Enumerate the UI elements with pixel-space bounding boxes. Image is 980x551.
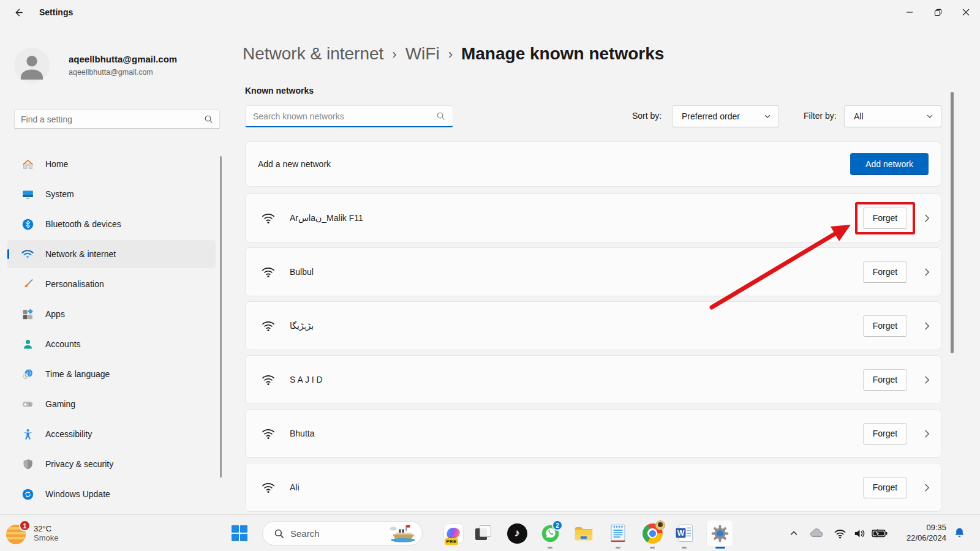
sidebar-item-gaming[interactable]: Gaming: [7, 390, 216, 418]
filter-by-dropdown[interactable]: All: [844, 105, 941, 127]
tray-clock[interactable]: 09:35 22/06/2024: [882, 522, 946, 543]
sidebar-item-home[interactable]: Home: [7, 150, 216, 178]
start-button[interactable]: [232, 525, 248, 542]
sidebar-scrollbar[interactable]: [220, 156, 222, 478]
tray-notifications-bell[interactable]: [953, 527, 966, 539]
taskbar-app-tiktok[interactable]: ♪: [506, 522, 528, 544]
taskbar-app-task-view[interactable]: [472, 522, 494, 544]
sidebar-item-accounts[interactable]: Accounts: [7, 330, 216, 358]
known-networks-search-box[interactable]: [245, 105, 453, 127]
word-icon: W: [674, 523, 694, 543]
avatar[interactable]: [14, 48, 50, 83]
forget-button[interactable]: Forget: [863, 208, 907, 229]
network-row[interactable]: Bhutta Forget: [245, 409, 941, 458]
content-scrollbar[interactable]: [951, 92, 954, 353]
search-icon[interactable]: [436, 111, 445, 121]
chrome-icon: [643, 523, 663, 544]
network-row[interactable]: Arسlaن_Malik F11 Forget: [245, 193, 941, 242]
known-networks-list: Arسlaن_Malik F11 Forget Bulbul Forget بڑ…: [245, 193, 941, 514]
tray-wifi[interactable]: [833, 515, 847, 551]
sidebar-item-privacy-security[interactable]: Privacy & security: [7, 450, 216, 478]
forget-button[interactable]: Forget: [863, 261, 907, 283]
sidebar-item-label: Time & language: [45, 369, 110, 379]
chevron-down-icon: [764, 113, 771, 120]
sidebar: aqeellbhutta@gmail.com aqeellbhutta@gmai…: [0, 24, 243, 514]
weather-temp: 32°C: [34, 524, 58, 533]
taskbar-app-word[interactable]: W: [673, 522, 695, 544]
chevron-up-icon: [789, 528, 799, 538]
sidebar-item-time-language[interactable]: Time & language: [7, 360, 216, 388]
whatsapp-badge: 2: [552, 520, 563, 531]
network-row[interactable]: S A J I D Forget: [245, 355, 941, 404]
sidebar-item-accessibility[interactable]: Accessibility: [7, 420, 216, 448]
system-icon: [21, 187, 34, 201]
sidebar-item-personalisation[interactable]: Personalisation: [7, 270, 216, 298]
window-title: Settings: [39, 0, 73, 24]
sidebar-item-label: System: [45, 189, 74, 199]
chevron-right-icon[interactable]: [922, 483, 932, 492]
account-name[interactable]: aqeellbhutta@gmail.com: [69, 54, 177, 64]
sort-by-value: Preferred order: [682, 111, 740, 121]
add-network-button[interactable]: Add network: [850, 153, 929, 175]
network-row[interactable]: بڑہڑیگا Forget: [245, 301, 941, 350]
forget-button[interactable]: Forget: [863, 315, 907, 337]
tray-show-hidden-icons[interactable]: [789, 515, 799, 551]
cloud-icon: [809, 525, 825, 542]
forget-button[interactable]: Forget: [863, 369, 907, 391]
home-icon: [21, 157, 34, 171]
sidebar-item-apps[interactable]: Apps: [7, 300, 216, 328]
taskbar-app-copilot[interactable]: PRE: [442, 522, 464, 544]
breadcrumb-network-internet[interactable]: Network & internet: [243, 44, 383, 64]
network-row[interactable]: Bulbul Forget: [245, 247, 941, 296]
search-icon[interactable]: [204, 114, 213, 124]
forget-annotation-box: Forget: [855, 471, 915, 504]
accounts-icon: [21, 337, 34, 351]
taskbar-app-whatsapp[interactable]: 2: [539, 522, 561, 544]
network-row[interactable]: Ali Forget: [245, 463, 941, 512]
known-networks-search-input[interactable]: [246, 111, 436, 121]
sidebar-item-windows-update[interactable]: Windows Update: [7, 480, 216, 508]
sidebar-item-system[interactable]: System: [7, 180, 216, 208]
forget-annotation-box: Forget: [855, 256, 915, 288]
back-arrow-icon: [13, 7, 24, 18]
settings-search-input[interactable]: [15, 114, 204, 124]
weather-widget[interactable]: 1 32°C Smoke: [6, 519, 58, 548]
taskbar-app-settings[interactable]: [706, 520, 733, 547]
minimize-button[interactable]: [895, 0, 924, 24]
filter-by-value: All: [854, 111, 864, 121]
sidebar-item-label: Gaming: [45, 399, 75, 409]
chevron-right-icon[interactable]: [922, 375, 932, 384]
close-button[interactable]: [952, 0, 980, 24]
ship-graphic-icon: [388, 524, 416, 542]
tray-volume[interactable]: [853, 515, 867, 551]
forget-button[interactable]: Forget: [863, 477, 907, 498]
chevron-right-icon[interactable]: [922, 214, 932, 223]
back-button[interactable]: [9, 4, 28, 21]
network-name: Ali: [290, 482, 300, 492]
sidebar-item-network-internet[interactable]: Network & internet: [7, 240, 216, 268]
wifi-icon: [260, 264, 276, 280]
time-language-icon: [21, 367, 34, 381]
breadcrumb-wifi[interactable]: WiFi: [405, 44, 440, 64]
chevron-right-icon[interactable]: [922, 268, 932, 277]
taskbar-app-file-explorer[interactable]: [573, 522, 595, 544]
chevron-down-icon: [926, 113, 933, 120]
taskbar-search-box[interactable]: Search: [262, 521, 423, 545]
chevron-separator-icon: ›: [448, 45, 453, 62]
tray-onedrive[interactable]: [809, 515, 825, 551]
sidebar-item-label: Network & internet: [45, 249, 116, 259]
network-name: بڑہڑیگا: [290, 321, 314, 331]
restore-button[interactable]: [924, 0, 952, 24]
taskbar: 1 32°C Smoke Search PRE ♪ 2 W: [0, 514, 980, 551]
taskbar-app-notepad[interactable]: [607, 522, 629, 544]
forget-button[interactable]: Forget: [863, 423, 907, 444]
file-explorer-icon: [573, 523, 594, 544]
chevron-right-icon[interactable]: [922, 429, 932, 438]
taskbar-app-chrome[interactable]: [641, 522, 663, 544]
weather-sun-icon: 1: [6, 522, 28, 544]
chevron-right-icon[interactable]: [922, 321, 932, 331]
sidebar-item-bluetooth-devices[interactable]: Bluetooth & devices: [7, 210, 216, 238]
speaker-icon: [853, 527, 867, 541]
settings-search-box[interactable]: [14, 109, 220, 129]
sort-by-dropdown[interactable]: Preferred order: [672, 105, 779, 127]
